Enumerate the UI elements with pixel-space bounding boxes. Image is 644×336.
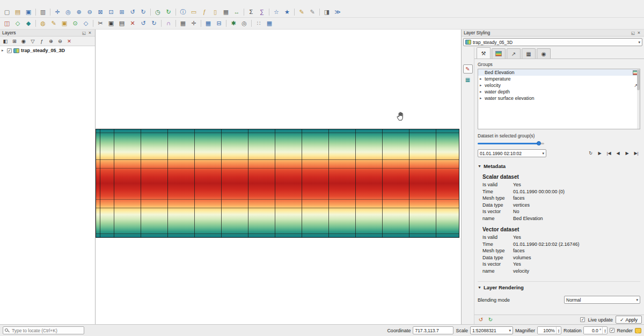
render-checkbox[interactable] bbox=[610, 328, 614, 333]
toolbar-new-bookmark-button[interactable]: ☆ bbox=[271, 8, 282, 17]
time-slider[interactable] bbox=[478, 141, 544, 146]
toolbar-mesh-calculator-button[interactable]: ▦ bbox=[203, 19, 214, 28]
toolbar-mesh-digitizing-button[interactable]: ⊟ bbox=[214, 19, 224, 28]
spinner-arrows-icon[interactable] bbox=[602, 327, 607, 334]
layers-remove-layer-button[interactable]: ✕ bbox=[65, 37, 74, 45]
rotation-spinbox[interactable] bbox=[583, 326, 608, 334]
toolbar-grid-options-button[interactable]: ∷ bbox=[253, 19, 264, 28]
layers-expand-all-button[interactable]: ⊕ bbox=[47, 37, 55, 45]
toolbar-labeling-button[interactable]: ✎ bbox=[296, 8, 307, 17]
group-row-bed-elevation[interactable]: Bed Elevation bbox=[478, 69, 640, 76]
last-frame-button[interactable]: ▶| bbox=[632, 150, 640, 157]
styling-tab-color-ramp[interactable] bbox=[492, 48, 506, 59]
toolbar-zoom-last-button[interactable]: ↺ bbox=[127, 8, 138, 17]
time-slider-handle[interactable] bbox=[537, 141, 541, 145]
magnifier-spinbox[interactable] bbox=[537, 326, 561, 334]
toolbar-georeferencer-button[interactable]: ✛ bbox=[188, 19, 199, 28]
toolbar-pan-to-selection-button[interactable]: ◎ bbox=[63, 8, 74, 17]
toolbar-copy-features-button[interactable]: ▣ bbox=[106, 19, 116, 28]
toolbar-pan-map-button[interactable]: ✛ bbox=[52, 8, 63, 17]
toolbar-zoom-in-button[interactable]: ⊕ bbox=[74, 8, 84, 17]
apply-button[interactable]: Apply bbox=[616, 316, 642, 324]
style-redo-button[interactable]: ↻ bbox=[486, 316, 495, 324]
toolbar-map-tips-button[interactable]: ◨ bbox=[321, 8, 332, 17]
styling-tab-vector-arrows[interactable]: ↗ bbox=[507, 48, 521, 59]
time-select[interactable]: 01.01.1990 02:10:02 bbox=[478, 149, 546, 157]
toolbar-statistical-summary-button[interactable]: Σ bbox=[246, 8, 257, 17]
next-frame-button[interactable]: ▶ bbox=[623, 150, 631, 157]
toolbar-cut-features-button[interactable]: ✂ bbox=[95, 19, 106, 28]
style-undo-button[interactable]: ↺ bbox=[477, 316, 485, 324]
previous-frame-button[interactable]: ◀ bbox=[614, 150, 622, 157]
toolbar-data-source-manager-button[interactable]: ◫ bbox=[2, 19, 12, 28]
toolbar-zoom-to-selection-button[interactable]: ⊡ bbox=[106, 8, 116, 17]
toolbar-snapping-options-button[interactable]: ∩ bbox=[163, 19, 174, 28]
toolbar-new-mesh-layer-button[interactable]: ◆ bbox=[23, 19, 34, 28]
map-canvas[interactable] bbox=[96, 30, 461, 324]
toolbar-osm-search-button[interactable]: ◎ bbox=[239, 19, 250, 28]
scale-select[interactable]: 1:52088321 bbox=[470, 326, 513, 334]
expand-arrow-icon[interactable] bbox=[480, 96, 484, 100]
styling-sidetab-symbology-brush[interactable]: ✎ bbox=[463, 64, 473, 74]
toolbar-layer-diagram-options-button[interactable]: ✎ bbox=[307, 8, 318, 17]
toolbar-show-bookmarks-button[interactable]: ★ bbox=[282, 8, 292, 17]
play-button[interactable]: ▶ bbox=[596, 150, 604, 157]
toolbar-plugin-manager-button[interactable]: ✱ bbox=[228, 19, 239, 28]
styling-tab-symbology[interactable]: ⚒ bbox=[477, 47, 491, 59]
toolbar-select-by-expression-button[interactable]: ƒ bbox=[199, 8, 210, 17]
layer-tree-item[interactable]: trap_steady_05_3D bbox=[0, 46, 95, 54]
toolbar-new-project-button[interactable]: ▢ bbox=[2, 8, 12, 17]
toolbar-undo-button[interactable]: ↺ bbox=[138, 19, 149, 28]
toolbar-delete-selected-button[interactable]: ✕ bbox=[127, 19, 138, 28]
toolbar-paste-features-button[interactable]: ▤ bbox=[116, 19, 127, 28]
layers-open-layer-styling-button[interactable]: ◧ bbox=[1, 37, 10, 45]
live-update-checkbox[interactable] bbox=[580, 317, 585, 322]
expand-arrow-icon[interactable] bbox=[2, 48, 5, 53]
float-panel-icon[interactable] bbox=[81, 30, 87, 35]
toolbar-raster-calculator-button[interactable]: ▦ bbox=[178, 19, 188, 28]
layers-manage-map-themes-button[interactable]: ◉ bbox=[19, 37, 28, 45]
styling-sidetab-dataset-info[interactable]: ▦ bbox=[463, 75, 473, 84]
styling-tab-visibility[interactable]: ◉ bbox=[537, 48, 551, 59]
toolbar-refresh-map-button[interactable]: ↻ bbox=[163, 8, 174, 17]
toolbar-zoom-out-button[interactable]: ⊖ bbox=[84, 8, 95, 17]
toolbar-zoom-full-extent-button[interactable]: ⊠ bbox=[95, 8, 106, 17]
toolbar-layout-manager-button[interactable]: ▥ bbox=[38, 8, 48, 17]
messages-icon[interactable] bbox=[635, 328, 641, 333]
toolbar-measure-line-button[interactable]: ↔ bbox=[231, 8, 242, 17]
toolbar-vertex-tool-button[interactable]: ◇ bbox=[80, 19, 91, 28]
toolbar-open-attribute-table-button[interactable]: ▦ bbox=[221, 8, 231, 17]
groups-scrollbar[interactable] bbox=[637, 69, 640, 129]
expand-arrow-icon[interactable] bbox=[480, 90, 484, 94]
layers-collapse-all-button[interactable]: ⊖ bbox=[56, 37, 64, 45]
layer-select[interactable]: trap_steady_05_3D bbox=[463, 38, 642, 46]
layer-rendering-header[interactable]: Layer Rendering bbox=[478, 284, 640, 290]
group-row-temperature[interactable]: temperature bbox=[478, 76, 640, 82]
toolbar-deselect-features-button[interactable]: ▯ bbox=[210, 8, 221, 17]
layers-filter-by-expression-button[interactable]: ƒ bbox=[38, 37, 46, 45]
toolbar-identify-features-button[interactable]: ⓘ bbox=[178, 8, 188, 17]
expand-arrow-icon[interactable] bbox=[480, 77, 484, 81]
float-panel-icon[interactable] bbox=[630, 30, 636, 35]
toolbar-redo-button[interactable]: ↻ bbox=[149, 19, 159, 28]
layers-filter-legend-button[interactable]: ▽ bbox=[28, 37, 37, 45]
group-row-water-depth[interactable]: water depth bbox=[478, 89, 640, 95]
group-row-water-surface-elevation[interactable]: water surface elevation bbox=[478, 95, 640, 101]
toolbar-python-console-button[interactable]: ≫ bbox=[332, 8, 343, 17]
styling-tab-mesh-frame[interactable]: ▦ bbox=[522, 48, 536, 59]
toolbar-toggle-editing-button[interactable]: ✎ bbox=[48, 19, 59, 28]
toolbar-new-vector-layer-button[interactable]: ◇ bbox=[12, 19, 23, 28]
toolbar-save-project-button[interactable]: ▣ bbox=[23, 8, 34, 17]
toolbar-zoom-to-layer-button[interactable]: ⊞ bbox=[116, 8, 127, 17]
toolbar-zoom-next-button[interactable]: ↻ bbox=[138, 8, 149, 17]
magnifier-value[interactable] bbox=[538, 327, 556, 334]
close-panel-icon[interactable] bbox=[87, 30, 93, 35]
coordinate-input[interactable] bbox=[413, 326, 453, 334]
sync-time-button[interactable]: ↻ bbox=[587, 150, 595, 157]
toolbar-panel-grid-button[interactable]: ▦ bbox=[264, 19, 275, 28]
spinner-arrows-icon[interactable] bbox=[556, 327, 561, 334]
metadata-section-header[interactable]: Metadata bbox=[478, 163, 640, 169]
close-panel-icon[interactable] bbox=[636, 30, 642, 35]
blending-mode-select[interactable]: Normal bbox=[564, 296, 640, 304]
toolbar-field-calculator-button[interactable]: ∑ bbox=[257, 8, 267, 17]
